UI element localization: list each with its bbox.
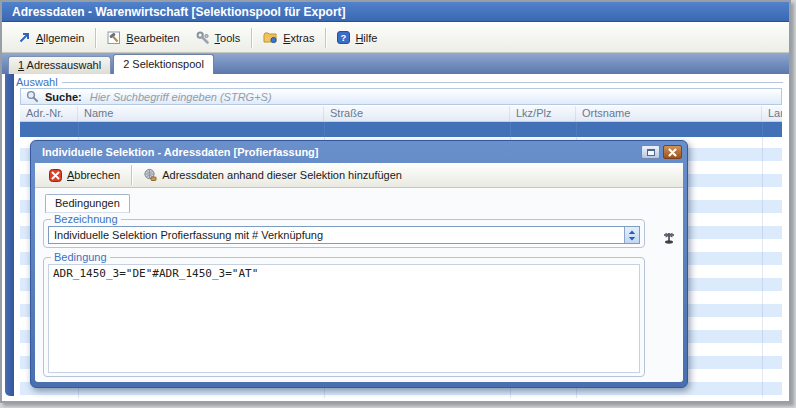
selected-row[interactable] [20, 122, 782, 137]
bezeichnung-legend: Bezeichnung [51, 213, 121, 225]
column-header-land[interactable]: Land [762, 106, 782, 121]
bedingung-legend: Bedingung [51, 251, 110, 263]
column-header-lkzplz[interactable]: Lkz/Plz [510, 106, 576, 121]
svg-text:?: ? [341, 32, 347, 43]
menu-tools[interactable]: Tools [188, 28, 249, 48]
auswahl-group-border [62, 82, 783, 83]
auswahl-group-label: Auswahl [16, 76, 58, 88]
menu-extras-label: Extras [283, 32, 314, 44]
menu-bearbeiten-label: Bearbeiten [126, 32, 179, 44]
abbrechen-button[interactable]: Abbrechen [41, 166, 128, 185]
toolbar-separator [95, 28, 96, 48]
column-header-strasse[interactable]: Straße [324, 106, 510, 121]
menu-allgemein[interactable]: Allgemein [10, 28, 92, 47]
tab-bedingungen[interactable]: Bedingungen [45, 194, 130, 213]
page-tabstrip: 1 Adressauswahl 2 Selektionspool [2, 53, 789, 74]
close-icon [668, 148, 677, 157]
search-icon [26, 90, 39, 103]
tab-page-content: Auswahl Suche: Hier Suchbegriff eingeben… [2, 74, 789, 401]
help-icon: ? [337, 31, 350, 44]
bezeichnung-fieldset: Bezeichnung Individuelle Selektion Profi… [43, 213, 645, 248]
toolbar-separator [251, 28, 252, 48]
restore-button[interactable] [641, 145, 660, 159]
menu-hilfe-label: Hilfe [355, 32, 377, 44]
tab-selektionspool[interactable]: 2 Selektionspool [113, 54, 214, 74]
page-frame-accent [5, 74, 14, 396]
menu-tools-label: Tools [215, 32, 241, 44]
hammer-icon [107, 31, 121, 45]
abbrechen-label: Abbrechen [67, 169, 120, 181]
menu-extras[interactable]: Extras [255, 28, 322, 47]
search-bar[interactable]: Suche: Hier Suchbegriff eingeben (STRG+S… [20, 88, 782, 105]
dialog-titlebar: Individuelle Selektion - Adressdaten [Pr… [35, 141, 683, 163]
individuelle-selektion-dialog: Individuelle Selektion - Adressdaten [Pr… [30, 140, 688, 388]
window-title: Adressdaten - Warenwirtschaft [Selektion… [12, 5, 346, 19]
dialog-window-buttons [641, 145, 682, 159]
bedingung-fieldset: Bedingung ADR_1450_3="DE"#ADR_1450_3="AT… [43, 251, 645, 377]
bedingung-textarea[interactable]: ADR_1450_3="DE"#ADR_1450_3="AT" [48, 264, 640, 373]
toolbar-separator [325, 28, 326, 48]
wrench-icon [196, 31, 210, 45]
dialog-body: Abbrechen Adressdaten anhand dieser Sele… [35, 163, 683, 382]
updown-arrows-icon [628, 230, 636, 241]
dialog-title: Individuelle Selektion - Adressdaten [Pr… [42, 146, 318, 158]
application-window: Adressdaten - Warenwirtschaft [Selektion… [0, 0, 791, 403]
menu-allgemein-label: Allgemein [36, 32, 84, 44]
column-header-adrnr[interactable]: Adr.-Nr. [20, 106, 78, 121]
nav-arrow-icon [18, 31, 31, 44]
bedingung-expression: ADR_1450_3="DE"#ADR_1450_3="AT" [53, 267, 635, 280]
column-header-ortsname[interactable]: Ortsname [576, 106, 762, 121]
table-header: Adr.-Nr. Name Straße Lkz/Plz Ortsname La… [20, 106, 782, 122]
add-selection-icon [143, 168, 157, 182]
folder-icon [263, 31, 278, 44]
close-button[interactable] [663, 145, 682, 159]
adressdaten-hinzufuegen-label: Adressdaten anhand dieser Selektion hinz… [162, 169, 402, 181]
tab-adressauswahl[interactable]: 1 Adressauswahl [8, 56, 111, 74]
bedingungen-page: Bedingungen Bezeichnung Individuelle Sel… [35, 188, 683, 382]
cancel-icon [49, 169, 62, 182]
menu-hilfe[interactable]: ? Hilfe [329, 28, 385, 47]
screen: Adressdaten - Warenwirtschaft [Selektion… [0, 0, 796, 408]
combobox-spinner[interactable] [624, 227, 639, 243]
window-titlebar: Adressdaten - Warenwirtschaft [Selektion… [2, 2, 789, 22]
bezeichnung-value: Individuelle Selektion Profierfassung mi… [49, 229, 323, 241]
search-label: Suche: [45, 91, 82, 103]
toolbar-separator [131, 165, 132, 185]
adressdaten-hinzufuegen-button[interactable]: Adressdaten anhand dieser Selektion hinz… [135, 165, 410, 185]
column-separator [762, 122, 763, 398]
bezeichnung-combobox[interactable]: Individuelle Selektion Profierfassung mi… [48, 226, 640, 244]
menu-bearbeiten[interactable]: Bearbeiten [99, 28, 187, 48]
main-toolbar: Allgemein Bearbeiten Tools Extras [2, 23, 789, 53]
apply-filter-icon[interactable] [661, 230, 677, 246]
column-header-name[interactable]: Name [78, 106, 324, 121]
search-placeholder: Hier Suchbegriff eingeben (STRG+S) [90, 91, 272, 103]
dialog-toolbar: Abbrechen Adressdaten anhand dieser Sele… [35, 163, 683, 188]
restore-icon [647, 149, 655, 156]
